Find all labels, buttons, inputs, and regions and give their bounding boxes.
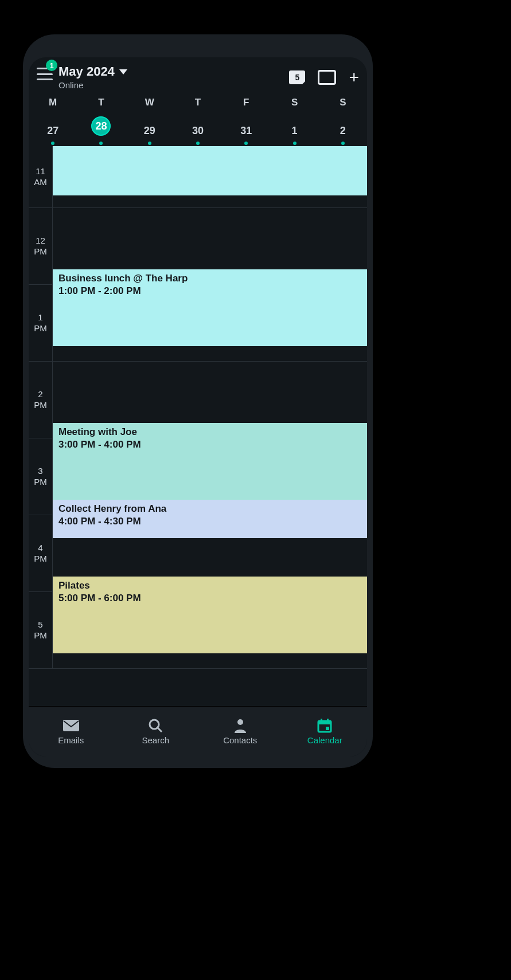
add-event-button[interactable]: + — [349, 69, 359, 86]
nav-item-contacts[interactable]: Contacts — [198, 707, 283, 756]
screen: 1 May 2024 Online 5 + — [29, 57, 367, 756]
event-title: Meeting with Joe — [58, 426, 361, 438]
week-day-label: S — [270, 97, 318, 108]
event-dot-icon — [99, 142, 103, 145]
week-day-label: F — [222, 97, 270, 108]
search-icon — [147, 718, 164, 733]
event-time: 3:00 PM - 4:00 PM — [58, 439, 361, 450]
view-toggle-button[interactable] — [318, 70, 336, 85]
svg-point-1 — [150, 720, 159, 729]
event-dot-icon — [244, 142, 248, 145]
event-dot-icon — [51, 142, 54, 145]
week-day-column[interactable]: T28 — [77, 97, 125, 145]
hour-label: 12PM — [29, 208, 53, 284]
nav-label: Emails — [58, 735, 84, 745]
header-left: 1 May 2024 Online — [37, 64, 127, 90]
calendar-event[interactable]: Business lunch @ The Harp1:00 PM - 2:00 … — [53, 269, 367, 346]
nav-label: Contacts — [223, 735, 257, 745]
nav-item-calendar[interactable]: Calendar — [283, 707, 368, 756]
event-dot-icon — [196, 142, 200, 145]
week-date-label: 1 — [292, 125, 298, 137]
hour-label: 11AM — [29, 146, 53, 207]
week-date-label: 30 — [192, 125, 204, 137]
svg-rect-7 — [327, 719, 329, 722]
bottom-nav: EmailsSearchContactsCalendar — [29, 706, 367, 756]
svg-point-3 — [237, 719, 243, 725]
svg-rect-8 — [326, 727, 329, 730]
week-day-column[interactable]: F31 — [222, 97, 270, 145]
header-top: 1 May 2024 Online 5 + — [37, 64, 359, 90]
hour-grid: 11AM12PM1PM2PM3PM4PM5PMBusiness lunch @ … — [29, 146, 367, 706]
calendar-event[interactable]: Collect Henry from Ana4:00 PM - 4:30 PM — [53, 500, 367, 538]
hour-label: 4PM — [29, 515, 53, 591]
menu-badge: 1 — [46, 60, 57, 71]
calendar-event[interactable]: Meeting with Joe3:00 PM - 4:00 PM — [53, 423, 367, 500]
week-day-label: T — [77, 97, 125, 108]
event-title: Pilates — [58, 580, 361, 591]
agenda-view[interactable]: 11AM12PM1PM2PM3PM4PM5PMBusiness lunch @ … — [29, 146, 367, 706]
week-day-column[interactable]: S2 — [319, 97, 367, 145]
person-icon — [232, 718, 249, 733]
event-dot-icon — [293, 142, 297, 145]
week-day-column[interactable]: S1 — [270, 97, 318, 145]
week-day-column[interactable]: T30 — [174, 97, 222, 145]
menu-button[interactable]: 1 — [37, 64, 53, 80]
week-day-label: S — [319, 97, 367, 108]
month-title: May 2024 — [58, 64, 115, 79]
svg-rect-5 — [318, 721, 331, 724]
event-dot-icon — [341, 142, 345, 145]
nav-label: Calendar — [307, 735, 342, 745]
week-date-label: 31 — [240, 125, 252, 137]
hour-label: 2PM — [29, 362, 53, 438]
week-day-column[interactable]: M27 — [29, 97, 77, 145]
header: 1 May 2024 Online 5 + — [29, 57, 367, 92]
hour-label: 5PM — [29, 592, 53, 668]
svg-rect-6 — [321, 719, 322, 722]
calendar-event[interactable]: Pilates5:00 PM - 6:00 PM — [53, 577, 367, 653]
nav-item-search[interactable]: Search — [114, 707, 198, 756]
week-day-label: T — [174, 97, 222, 108]
go-to-today-button[interactable]: 5 — [289, 70, 305, 84]
hour-label: 3PM — [29, 438, 53, 515]
mail-icon — [63, 718, 80, 733]
svg-rect-0 — [63, 720, 79, 731]
event-dot-icon — [148, 142, 151, 145]
week-day-label: W — [126, 97, 174, 108]
event-title: Collect Henry from Ana — [58, 503, 361, 515]
phone-frame: 1 May 2024 Online 5 + — [23, 34, 373, 768]
week-date-label: 2 — [340, 125, 346, 137]
week-date-label: 29 — [144, 125, 155, 137]
status-label: Online — [58, 80, 127, 90]
calendar-icon — [316, 718, 333, 733]
event-time: 4:00 PM - 4:30 PM — [58, 516, 361, 527]
calendar-event[interactable] — [53, 146, 367, 195]
hour-label: 1PM — [29, 285, 53, 361]
week-day-column[interactable]: W29 — [126, 97, 174, 145]
week-date-label: 28 — [91, 116, 111, 136]
nav-item-emails[interactable]: Emails — [29, 707, 114, 756]
header-right: 5 + — [289, 69, 359, 86]
event-title: Business lunch @ The Harp — [58, 273, 361, 284]
nav-label: Search — [142, 735, 169, 745]
week-day-label: M — [29, 97, 77, 108]
event-time: 1:00 PM - 2:00 PM — [58, 285, 361, 297]
week-date-label: 27 — [47, 125, 58, 137]
event-time: 5:00 PM - 6:00 PM — [58, 593, 361, 604]
caret-down-icon — [119, 69, 127, 75]
title-block[interactable]: May 2024 Online — [58, 64, 127, 90]
svg-line-2 — [158, 728, 162, 732]
week-header: M27T28W29T30F31S1S2 — [29, 92, 367, 146]
